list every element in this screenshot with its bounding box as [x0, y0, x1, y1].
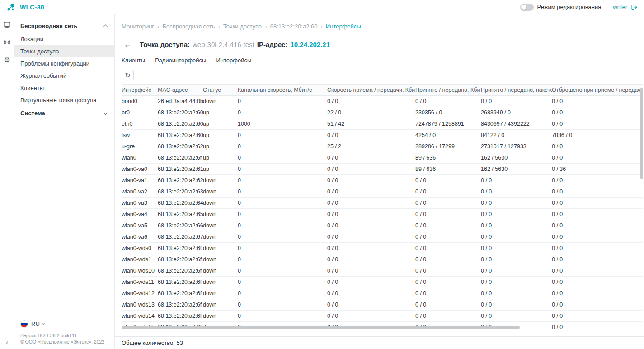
monitoring-icon[interactable] [3, 21, 11, 28]
page-title-row: ← Точка доступа: wep-30l-2.4.416-test IP… [122, 39, 644, 50]
table-cell: 0 / 0 [327, 288, 415, 299]
table-row[interactable]: lsw68:13:e2:20:a2:60up00 / 04254 / 08412… [122, 130, 643, 141]
sidebar-item[interactable]: Журнал событий [14, 70, 114, 82]
table-cell: 289286 / 17299 [415, 141, 481, 152]
tab-Клиенты[interactable]: Клиенты [122, 57, 145, 66]
horizontal-scrollbar[interactable] [122, 326, 639, 329]
edit-mode-label: Режим редактирования [537, 4, 602, 10]
table-row[interactable]: wlan0-wds068:13:e2:20:a2:6fdown00 / 00 /… [122, 243, 643, 254]
table-row[interactable]: wlan0-va668:13:e2:20:a2:67down00 / 00 / … [122, 231, 643, 243]
sidebar-collapse-icon[interactable]: ‹ [0, 339, 14, 346]
table-cell: 0 / 0 [481, 243, 552, 254]
language-code: RU [31, 321, 40, 327]
table-row[interactable]: wlan0-wds1368:13:e2:20:a2:6fdown00 / 00 … [122, 299, 643, 311]
eltex-logo-icon [6, 3, 15, 12]
table-cell: 0 / 0 [481, 231, 552, 243]
username[interactable]: writer [613, 4, 627, 10]
wireless-icon[interactable] [3, 38, 11, 46]
table-cell: 0 / 0 [552, 141, 643, 152]
refresh-icon: ↻ [125, 72, 131, 79]
table-cell: 68:13:e2:20:a2:63 [158, 186, 203, 198]
icon-rail: ⚙ ‹ [0, 14, 14, 349]
language-selector[interactable]: RU [14, 316, 114, 332]
sidebar-section-header[interactable]: Беспроводная сеть [14, 19, 114, 33]
breadcrumb-item[interactable]: Точки доступа [223, 23, 262, 30]
table-cell: 0 / 0 [415, 299, 481, 311]
table-cell: 0 [238, 299, 327, 311]
table-cell: 84122 / 0 [481, 130, 552, 141]
table-row[interactable]: wlan0-va468:13:e2:20:a2:65down00 / 00 / … [122, 209, 643, 220]
interfaces-table: ИнтерфейсMAC-адресСтатусКанальная скорос… [122, 84, 643, 331]
table-cell: 0 / 0 [552, 220, 643, 231]
horizontal-scrollbar-thumb[interactable] [122, 326, 520, 329]
table-cell: 7836 / 0 [552, 130, 643, 141]
sidebar-section-label: Беспроводная сеть [20, 23, 77, 29]
table-row[interactable]: wlan0-va068:13:e2:20:a2:61up00 / 089 / 6… [122, 164, 643, 175]
table-row[interactable]: wlan068:13:e2:20:a2:6fup00 / 089 / 63616… [122, 152, 643, 164]
table-cell: br0 [122, 107, 158, 118]
table-cell: 7247879 / 1258891 [415, 118, 481, 130]
total-count: Общее количество: 53 [122, 340, 183, 346]
vertical-scrollbar[interactable] [640, 88, 643, 335]
column-header: Скорость приема / передачи, Кбит/с [327, 85, 415, 96]
table-cell: 0 / 0 [481, 198, 552, 209]
table-cell: 0 / 0 [415, 209, 481, 220]
table-cell: up [203, 164, 238, 175]
breadcrumb-separator-icon: › [218, 23, 220, 30]
table-cell: 0 / 0 [415, 175, 481, 186]
breadcrumb-separator-icon: › [157, 23, 159, 30]
table-row[interactable]: br068:13:e2:20:a2:60up022 / 0230356 / 02… [122, 107, 643, 118]
column-header: MAC-адрес [158, 85, 203, 96]
interfaces-table-container: ИнтерфейсMAC-адресСтатусКанальная скорос… [122, 84, 644, 331]
settings-gear-icon[interactable]: ⚙ [3, 56, 11, 64]
table-cell: 0 [238, 96, 327, 107]
table-cell: 0 / 0 [552, 186, 643, 198]
table-cell: 0 / 0 [327, 186, 415, 198]
table-row[interactable]: wlan0-wds1168:13:e2:20:a2:6fdown00 / 00 … [122, 277, 643, 288]
sidebar-section-header[interactable]: Система [14, 106, 114, 120]
sidebar-item[interactable]: Проблемы конфигурации [14, 57, 114, 70]
table-row[interactable]: wlan0-wds1268:13:e2:20:a2:6fdown00 / 00 … [122, 288, 643, 299]
table-row[interactable]: wlan0-wds168:13:e2:20:a2:6fdown00 / 00 /… [122, 254, 643, 265]
sidebar-item[interactable]: Клиенты [14, 82, 114, 94]
table-cell: 0 [238, 311, 327, 322]
column-header: Интерфейс [122, 85, 158, 96]
breadcrumb-separator-icon: › [321, 23, 323, 30]
table-cell: wlan0-wds1 [122, 254, 158, 265]
tab-bar: КлиентыРадиоинтерфейсыИнтерфейсы [122, 57, 644, 66]
table-cell: 0 [238, 231, 327, 243]
table-cell: 22 / 0 [327, 107, 415, 118]
table-cell: 68:13:e2:20:a2:6f [158, 311, 203, 322]
sidebar-item[interactable]: Виртуальные точки доступа [14, 94, 114, 106]
table-cell: wlan0-va5 [122, 220, 158, 231]
tab-Радиоинтерфейсы[interactable]: Радиоинтерфейсы [155, 57, 206, 66]
breadcrumb-item[interactable]: 68:13:e2:20:a2:60 [270, 23, 318, 30]
table-cell: 0 [238, 152, 327, 164]
table-row[interactable]: wlan0-va268:13:e2:20:a2:63down00 / 00 / … [122, 186, 643, 198]
table-cell: 0 / 0 [552, 175, 643, 186]
table-row[interactable]: wlan0-wds1068:13:e2:20:a2:6fdown00 / 00 … [122, 265, 643, 277]
table-row[interactable]: wlan0-va168:13:e2:20:a2:62down00 / 00 / … [122, 175, 643, 186]
breadcrumb-item[interactable]: Мониторинг [122, 23, 154, 30]
table-row[interactable]: eth068:13:e2:20:a2:60up100051 / 42724787… [122, 118, 643, 130]
sidebar-item[interactable]: Локации [14, 33, 114, 45]
tab-Интерфейсы[interactable]: Интерфейсы [216, 57, 251, 66]
table-cell: down [203, 299, 238, 311]
logout-icon[interactable] [630, 4, 638, 11]
user-menu[interactable]: writer [613, 4, 638, 11]
edit-mode-toggle[interactable] [520, 4, 534, 11]
table-cell: up [203, 118, 238, 130]
sidebar-item[interactable]: Точки доступа [14, 45, 114, 57]
table-cell: 0 / 0 [415, 231, 481, 243]
breadcrumb-item[interactable]: Беспроводная сеть [162, 23, 215, 30]
table-row[interactable]: wlan0-va368:13:e2:20:a2:64down00 / 00 / … [122, 198, 643, 209]
vertical-scrollbar-thumb[interactable] [640, 88, 643, 179]
back-button[interactable]: ← [122, 40, 133, 48]
refresh-button[interactable]: ↻ [122, 70, 134, 80]
table-row[interactable]: wlan0-wds1468:13:e2:20:a2:6fdown00 / 00 … [122, 311, 643, 322]
table-cell: 0 [238, 107, 327, 118]
table-row[interactable]: wlan0-va568:13:e2:20:a2:66down00 / 00 / … [122, 220, 643, 231]
table-row[interactable]: u-gre68:13:e2:20:a2:62up025 / 2289286 / … [122, 141, 643, 152]
breadcrumb-item[interactable]: Интерфейсы [326, 23, 361, 30]
table-row[interactable]: bond026:ed:3a:a4:44:0bdown00 / 00 / 00 /… [122, 96, 643, 107]
